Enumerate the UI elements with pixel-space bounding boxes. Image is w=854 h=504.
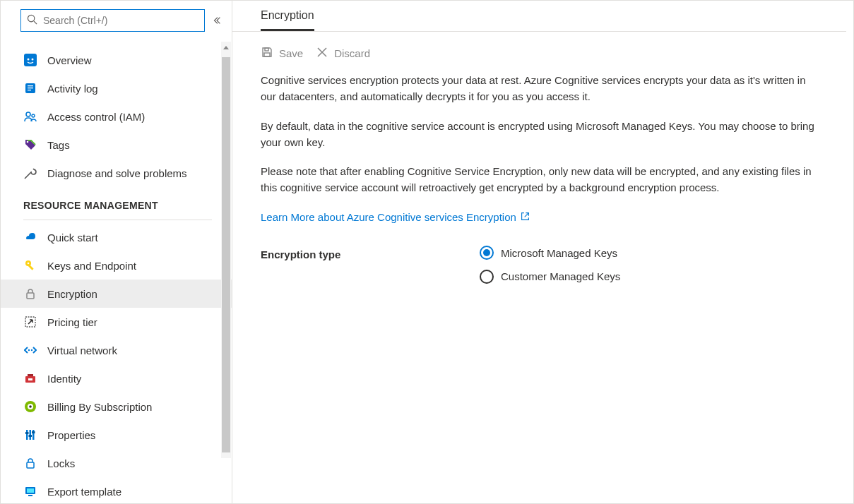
sidebar-item-identity[interactable]: Identity	[1, 364, 232, 392]
svg-line-1	[34, 21, 37, 24]
search-icon	[27, 14, 37, 27]
svg-point-25	[29, 405, 32, 408]
nav-label: Diagnose and solve problems	[47, 167, 187, 179]
export-template-icon	[23, 484, 37, 498]
svg-point-18	[28, 349, 30, 351]
encryption-type-label: Encryption type	[261, 245, 480, 285]
nav-label: Tags	[47, 139, 70, 151]
description-paragraph-2: By default, data in the cognitive servic…	[261, 118, 818, 151]
sidebar-item-activity-log[interactable]: Activity log	[1, 74, 232, 102]
tab-encryption[interactable]: Encryption	[261, 9, 314, 31]
svg-point-4	[32, 59, 34, 61]
sidebar-item-tags[interactable]: Tags	[1, 131, 232, 159]
nav-label: Billing By Subscription	[47, 401, 152, 413]
scrollbar-thumb[interactable]	[222, 57, 230, 452]
description-paragraph-3: Please note that after enabling Cognitiv…	[261, 163, 818, 196]
save-icon	[261, 46, 273, 61]
svg-rect-37	[264, 53, 270, 56]
sidebar-item-virtual-network[interactable]: Virtual network	[1, 336, 232, 364]
svg-rect-34	[27, 488, 34, 493]
svg-rect-32	[27, 462, 34, 468]
radio-customer-managed-keys[interactable]: Customer Managed Keys	[480, 268, 620, 284]
diagnose-icon	[23, 166, 37, 180]
billing-icon	[23, 400, 37, 414]
svg-point-14	[28, 263, 30, 265]
radio-selected-icon	[480, 246, 494, 260]
quick-start-icon	[23, 230, 37, 244]
svg-rect-36	[265, 48, 268, 51]
nav-label: Quick start	[47, 232, 98, 244]
nav-label: Activity log	[47, 83, 98, 95]
nav-label: Encryption	[47, 288, 97, 300]
learn-more-label: Learn More about Azure Cognitive service…	[261, 209, 516, 225]
main-content: Encryption Save Discard Cognitive servic…	[232, 1, 853, 503]
nav-label: Pricing tier	[47, 316, 97, 328]
sidebar: Overview Activity log Access control (IA…	[1, 1, 232, 503]
discard-label: Discard	[334, 47, 370, 59]
tags-icon	[23, 138, 37, 152]
scroll-up-arrow[interactable]	[223, 44, 230, 52]
identity-icon	[23, 371, 37, 385]
collapse-sidebar-button[interactable]	[209, 13, 225, 28]
key-icon	[23, 258, 37, 272]
discard-icon	[316, 46, 328, 61]
access-control-icon	[23, 109, 37, 124]
tabs: Encryption	[232, 1, 846, 32]
svg-rect-31	[32, 431, 35, 433]
svg-rect-35	[28, 495, 32, 496]
svg-rect-22	[28, 378, 32, 380]
virtual-network-icon	[23, 343, 37, 357]
section-divider	[23, 220, 212, 220]
svg-rect-7	[28, 88, 33, 88]
discard-button[interactable]: Discard	[316, 46, 370, 61]
sidebar-item-locks[interactable]: Locks	[1, 449, 232, 477]
svg-rect-21	[28, 374, 33, 376]
lock-icon	[23, 287, 37, 301]
sidebar-item-overview[interactable]: Overview	[1, 46, 232, 74]
svg-rect-6	[28, 85, 33, 86]
pricing-tier-icon	[23, 315, 37, 329]
section-header-resource-management: RESOURCE MANAGEMENT	[1, 187, 232, 217]
nav-list: Overview Activity log Access control (IA…	[1, 36, 232, 503]
learn-more-link[interactable]: Learn More about Azure Cognitive service…	[261, 209, 530, 225]
search-box[interactable]	[20, 9, 205, 32]
svg-rect-16	[27, 293, 34, 299]
svg-point-10	[32, 114, 35, 117]
sidebar-item-export-template[interactable]: Export template	[1, 477, 232, 503]
sidebar-item-encryption[interactable]: Encryption	[1, 280, 232, 308]
svg-point-3	[28, 59, 30, 61]
sidebar-item-pricing-tier[interactable]: Pricing tier	[1, 308, 232, 336]
svg-rect-26	[26, 430, 28, 440]
nav-label: Access control (IAM)	[47, 111, 145, 123]
svg-rect-29	[25, 432, 29, 434]
radio-microsoft-managed-keys[interactable]: Microsoft Managed Keys	[480, 245, 620, 261]
radio-unselected-icon	[480, 270, 494, 284]
nav-label: Overview	[47, 54, 92, 66]
activity-log-icon	[23, 81, 37, 95]
sidebar-item-quick-start[interactable]: Quick start	[1, 223, 232, 251]
nav-label: Keys and Endpoint	[47, 260, 136, 272]
nav-label: Export template	[47, 486, 121, 498]
nav-label: Virtual network	[47, 344, 117, 356]
sidebar-item-properties[interactable]: Properties	[1, 421, 232, 449]
sidebar-item-billing[interactable]: Billing By Subscription	[1, 392, 232, 421]
save-label: Save	[279, 47, 303, 59]
svg-rect-15	[28, 265, 34, 270]
svg-rect-30	[29, 435, 32, 437]
sidebar-item-access-control[interactable]: Access control (IAM)	[1, 102, 232, 131]
sidebar-scrollbar[interactable]	[221, 42, 231, 458]
sidebar-item-diagnose[interactable]: Diagnose and solve problems	[1, 159, 232, 187]
svg-rect-8	[28, 90, 31, 90]
search-input[interactable]	[43, 15, 198, 26]
radio-label: Customer Managed Keys	[501, 268, 620, 284]
svg-line-12	[33, 169, 35, 170]
svg-point-19	[31, 349, 32, 351]
toolbar: Save Discard	[232, 32, 846, 69]
external-link-icon	[521, 209, 530, 225]
radio-label: Microsoft Managed Keys	[501, 245, 617, 261]
nav-label: Locks	[47, 457, 75, 469]
encryption-type-row: Encryption type Microsoft Managed Keys C…	[261, 245, 818, 285]
save-button[interactable]: Save	[261, 46, 303, 61]
description-paragraph-1: Cognitive services encryption protects y…	[261, 72, 818, 105]
sidebar-item-keys-endpoint[interactable]: Keys and Endpoint	[1, 251, 232, 280]
